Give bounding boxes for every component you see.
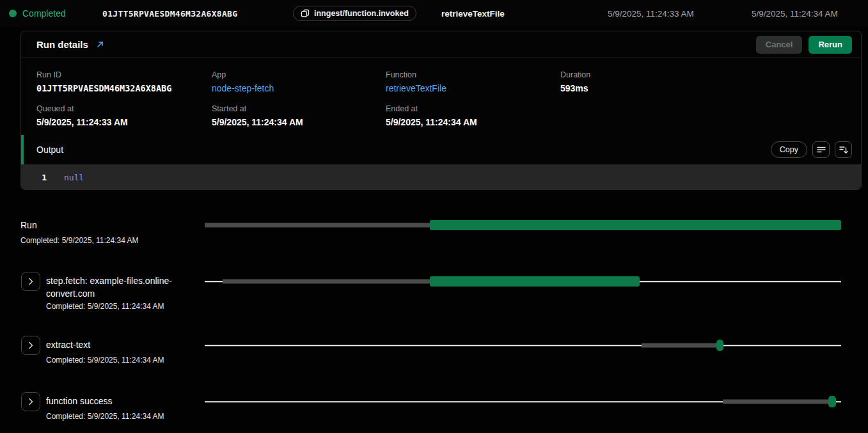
timeline-segment-active: [430, 220, 841, 230]
timeline-segment-line: [205, 281, 223, 282]
panel-title: Run details: [36, 39, 88, 50]
field-label: Function: [386, 70, 560, 79]
timeline-segment-queued: [223, 279, 430, 284]
expand-step-button[interactable]: [21, 272, 40, 291]
trace-row-label: extract-text: [46, 338, 164, 351]
field-label: Ended at: [386, 104, 560, 113]
timeline-segment-line: [205, 401, 723, 402]
word-wrap-button[interactable]: [812, 141, 830, 158]
lines-down-arrow-icon: [839, 146, 848, 154]
event-name: inngest/function.invoked: [314, 9, 409, 18]
function-link[interactable]: retrieveTextFile: [386, 83, 560, 93]
field-label: Started at: [212, 104, 386, 113]
trace-row-run: Run Completed: 5/9/2025, 11:24:34 AM: [0, 215, 868, 266]
trace-row-info: extract-text Completed: 5/9/2025, 11:24:…: [21, 335, 205, 365]
trace-row-completed-at: Completed: 5/9/2025, 11:24:34 AM: [46, 412, 164, 421]
external-link-icon[interactable]: [96, 40, 104, 49]
run-summary-bar[interactable]: Completed 01JTT5RPVAESDM46M32A6X8ABG inn…: [0, 0, 868, 27]
timeline-segment-line: [205, 345, 642, 346]
trace-row-label: Run: [20, 219, 139, 232]
field-app: App node-step-fetch: [212, 70, 386, 93]
trace-row-info: Run Completed: 5/9/2025, 11:24:34 AM: [20, 215, 204, 245]
run-details-panel: Run details Cancel Rerun Run ID 01JTT5RP…: [20, 31, 862, 190]
field-value: 593ms: [560, 83, 846, 93]
output-code-block[interactable]: 1 null: [21, 164, 861, 190]
align-lines-icon: [817, 146, 826, 154]
chevron-right-icon: [28, 342, 33, 349]
copy-icon: [301, 9, 310, 18]
status-badge: Completed: [9, 0, 66, 27]
status-label: Completed: [22, 8, 66, 19]
timeline-segment-active: [430, 276, 639, 287]
field-function: Function retrieveTextFile: [386, 70, 560, 93]
trace-row-completed-at: Completed: 5/9/2025, 11:24:34 AM: [46, 302, 205, 311]
run-id-text: 01JTT5RPVAESDM46M32A6X8ABG: [102, 0, 237, 27]
function-name-text: retrieveTextFile: [441, 0, 505, 27]
panel-actions: Cancel Rerun: [756, 36, 852, 54]
timeline-segment-line: [640, 281, 841, 282]
queued-timestamp: 5/9/2025, 11:24:33 AM: [608, 0, 694, 27]
field-label: Duration: [560, 70, 846, 79]
field-started-at: Started at 5/9/2025, 11:24:34 AM: [212, 104, 386, 127]
expand-step-button[interactable]: [21, 336, 40, 355]
timeline-segment-queued: [642, 343, 716, 348]
field-queued-at: Queued at 5/9/2025, 11:24:33 AM: [36, 104, 212, 127]
chevron-right-icon: [28, 398, 33, 405]
output-actions: Copy: [771, 141, 861, 158]
timeline-segment-queued: [723, 400, 828, 404]
timeline-track: [205, 395, 841, 408]
started-timestamp: 5/9/2025, 11:24:34 AM: [752, 0, 838, 27]
run-details-grid: Run ID 01JTT5RPVAESDM46M32A6X8ABG App no…: [21, 58, 861, 127]
timeline-track: [205, 275, 841, 288]
output-accent-bar: [21, 135, 24, 164]
copy-output-button[interactable]: Copy: [771, 141, 807, 158]
field-value: 5/9/2025, 11:24:33 AM: [36, 117, 212, 127]
trigger-event-badge: inngest/function.invoked: [293, 6, 416, 21]
expand-step-button[interactable]: [21, 392, 40, 411]
field-value: 01JTT5RPVAESDM46M32A6X8ABG: [36, 83, 212, 93]
field-label: App: [212, 70, 386, 79]
timeline-segment-line: [723, 345, 841, 346]
trace-row-completed-at: Completed: 5/9/2025, 11:24:34 AM: [46, 356, 164, 365]
line-number: 1: [21, 173, 47, 182]
trace-row-completed-at: Completed: 5/9/2025, 11:24:34 AM: [20, 236, 139, 245]
format-output-button[interactable]: [835, 141, 852, 158]
timeline-track: [205, 219, 841, 232]
timeline-track: [205, 339, 841, 352]
timeline-segment-line: [836, 401, 841, 402]
output-header: Output Copy: [21, 135, 861, 164]
panel-header: Run details Cancel Rerun: [21, 31, 861, 58]
trace-row-function-success: function success Completed: 5/9/2025, 11…: [0, 391, 868, 433]
output-value: null: [64, 173, 84, 182]
app-link[interactable]: node-step-fetch: [212, 83, 386, 93]
chevron-right-icon: [28, 278, 33, 285]
timeline-segment-marker: [828, 396, 836, 407]
status-dot-icon: [9, 10, 17, 17]
trace-row-info: function success Completed: 5/9/2025, 11…: [21, 391, 205, 421]
output-title: Output: [36, 145, 63, 155]
trace-row-step-fetch: step.fetch: example-files.online-convert…: [0, 271, 868, 322]
field-label: Queued at: [36, 104, 212, 113]
field-run-id: Run ID 01JTT5RPVAESDM46M32A6X8ABG: [36, 70, 212, 93]
trace-row-info: step.fetch: example-files.online-convert…: [21, 271, 205, 311]
cancel-button[interactable]: Cancel: [756, 36, 803, 54]
timeline-segment-queued: [205, 223, 430, 228]
timeline-segment-marker: [716, 340, 723, 351]
field-value: 5/9/2025, 11:24:34 AM: [212, 117, 386, 127]
field-value: 5/9/2025, 11:24:34 AM: [386, 117, 560, 127]
field-duration: Duration 593ms: [560, 70, 846, 93]
trace-row-label: function success: [46, 395, 164, 407]
rerun-button[interactable]: Rerun: [809, 36, 852, 54]
trace-row-label: step.fetch: example-files.online-convert…: [46, 274, 205, 300]
trace-row-extract-text: extract-text Completed: 5/9/2025, 11:24:…: [0, 335, 868, 386]
field-ended-at: Ended at 5/9/2025, 11:24:34 AM: [386, 104, 560, 127]
field-label: Run ID: [36, 70, 212, 79]
